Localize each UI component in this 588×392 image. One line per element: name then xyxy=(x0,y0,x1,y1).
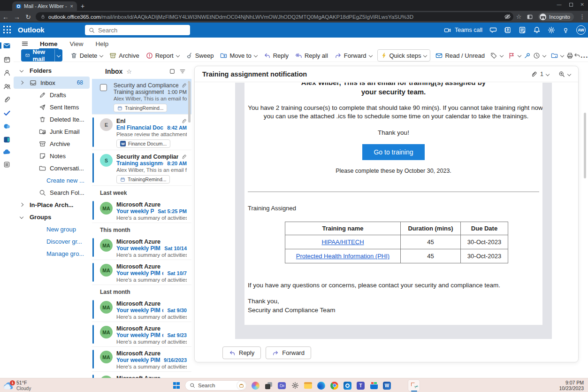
favorite-star-icon[interactable]: ☆ xyxy=(126,68,132,75)
back-icon[interactable]: ← xyxy=(0,13,11,21)
more-horiz-icon[interactable]: ... xyxy=(580,49,588,61)
outlook-search-box[interactable] xyxy=(85,25,190,35)
close-tab-icon[interactable]: × xyxy=(70,3,73,9)
pin-icon[interactable] xyxy=(524,49,531,61)
snipping-tool-icon[interactable]: ✂ xyxy=(408,379,420,392)
reading-scrollbar[interactable] xyxy=(584,113,586,178)
discover-groups-link[interactable]: Discover gr... xyxy=(14,235,90,247)
folder-search-folders[interactable]: Search Fol... xyxy=(14,186,90,199)
bookmark-star-icon[interactable]: ☆ xyxy=(516,13,522,20)
message-checkbox[interactable] xyxy=(100,84,107,91)
lightbulb-icon[interactable] xyxy=(562,27,569,34)
avatar[interactable]: AW xyxy=(576,25,586,35)
folder-junk[interactable]: Junk Email xyxy=(14,125,90,138)
attachment-chip[interactable]: TrainingRemind... xyxy=(116,175,170,184)
folder-deleted[interactable]: Deleted Ite... xyxy=(14,113,90,125)
browser-tab[interactable]: Mail - Alex Wilber - Outlook × xyxy=(12,1,77,11)
refresh-icon[interactable]: ↻ xyxy=(23,13,34,21)
new-group-link[interactable]: New group xyxy=(14,223,90,235)
sweep-button[interactable]: Sweep xyxy=(183,49,217,61)
address-book-icon[interactable] xyxy=(504,26,512,34)
create-new-folder-link[interactable]: Create new ... xyxy=(14,174,90,186)
message-row[interactable]: S Security and Compliance T... Training … xyxy=(92,150,191,186)
list-scrollbar[interactable] xyxy=(188,81,191,123)
message-row[interactable]: MA Microsoft Azure Your weekly PIM diges… xyxy=(92,297,191,322)
eye-off-icon[interactable] xyxy=(504,13,511,20)
rail-mail-icon[interactable] xyxy=(0,42,14,50)
window-close-icon[interactable]: ✕ xyxy=(580,2,584,7)
rules-icon[interactable] xyxy=(549,49,561,61)
new-tab-icon[interactable]: + xyxy=(81,2,84,10)
move-to-button[interactable]: Move to xyxy=(217,49,260,61)
edge-icon[interactable] xyxy=(317,381,326,390)
message-row[interactable]: MA Microsoft Azure Your weekly PIM diges… xyxy=(92,322,191,347)
app-launcher-icon[interactable] xyxy=(3,26,11,34)
taskbar-search[interactable]: Search xyxy=(185,380,247,391)
training-link[interactable]: HIPAA/HITECH xyxy=(321,238,364,246)
in-place-archive[interactable]: In-Place Arch... xyxy=(14,199,90,211)
go-to-training-button[interactable]: Go to training xyxy=(362,144,425,160)
print-icon[interactable] xyxy=(566,49,573,61)
rail-todo-icon[interactable] xyxy=(0,109,14,117)
groups-root[interactable]: Groups xyxy=(14,211,90,223)
rail-calendar-icon[interactable] xyxy=(0,56,14,63)
report-button[interactable]: Report xyxy=(143,49,183,61)
archive-button[interactable]: Archive xyxy=(106,49,142,61)
folder-drafts[interactable]: Drafts xyxy=(14,89,90,101)
reply-button[interactable]: Reply xyxy=(222,346,261,359)
delete-button[interactable]: Delete xyxy=(67,49,107,61)
search-highlight-icon[interactable] xyxy=(237,381,245,390)
manage-groups-link[interactable]: Manage gro... xyxy=(14,247,90,260)
rail-m365-app-icon[interactable] xyxy=(0,123,14,130)
tag-icon[interactable] xyxy=(488,49,500,61)
more-vert-icon[interactable]: ⋮ xyxy=(579,13,585,20)
tab-help[interactable]: Help xyxy=(95,40,110,48)
snooze-icon[interactable] xyxy=(531,49,543,61)
folder-archive[interactable]: Archive xyxy=(14,138,90,150)
outlook-icon[interactable] xyxy=(343,381,352,390)
forward-icon[interactable]: → xyxy=(11,13,23,21)
task-view-icon[interactable] xyxy=(264,381,273,390)
copilot-icon[interactable] xyxy=(251,381,260,390)
folder-conversation-history[interactable]: Conversati... xyxy=(14,162,90,174)
flag-icon[interactable] xyxy=(506,49,518,61)
bell-icon[interactable] xyxy=(533,26,541,34)
message-row[interactable]: MA Microsoft Azure Your weekly PIM diges… xyxy=(92,235,191,260)
message-row[interactable]: MA Microsoft Azure Your weekly PIM di...… xyxy=(92,198,191,223)
forward-button[interactable]: Forward xyxy=(266,346,311,359)
select-icon[interactable] xyxy=(169,68,176,75)
sidebar-icon[interactable] xyxy=(527,14,533,20)
new-mail-button[interactable]: New mail xyxy=(21,49,62,61)
folder-notes[interactable]: Notes xyxy=(14,150,90,162)
rail-onedrive-icon[interactable] xyxy=(0,149,14,155)
training-link[interactable]: Protected Health Information (PHI) xyxy=(296,253,389,260)
tab-home[interactable]: Home xyxy=(39,40,59,48)
paperclip-icon[interactable] xyxy=(531,71,537,77)
message-row[interactable]: MA Microsoft Azure xyxy=(92,372,191,378)
rail-people-icon[interactable] xyxy=(0,69,14,77)
message-row[interactable]: MA Microsoft Azure Your weekly PIM dige.… xyxy=(92,347,191,372)
folder-inbox[interactable]: Inbox68 xyxy=(14,77,90,89)
filter-icon[interactable] xyxy=(179,68,186,75)
start-button[interactable] xyxy=(172,381,181,390)
attachment-chip[interactable]: WFinance Docum... xyxy=(116,139,170,148)
message-row[interactable]: E Enl Enl Financial Document8:42 AM Plea… xyxy=(92,115,191,150)
minimize-icon[interactable]: — xyxy=(557,2,562,7)
hamburger-icon[interactable] xyxy=(21,40,29,47)
weather-widget[interactable]: 1 51°FCloudy xyxy=(3,380,31,392)
reply-all-button[interactable]: Reply all xyxy=(292,49,331,61)
file-explorer-icon[interactable] xyxy=(304,381,313,390)
rail-more-apps-icon[interactable] xyxy=(0,161,14,168)
quick-steps-button[interactable]: Quick steps xyxy=(377,49,431,61)
rail-onenote-icon[interactable] xyxy=(0,136,14,143)
gear-icon[interactable] xyxy=(548,26,555,34)
read-unread-button[interactable]: Read / Unread xyxy=(432,49,488,61)
notepad-check-icon[interactable] xyxy=(519,26,526,34)
attachment-chip[interactable]: TrainingRemind... xyxy=(114,104,167,112)
ms-store-icon[interactable] xyxy=(369,381,378,390)
message-row[interactable]: MA Microsoft Azure Your weekly PIM diges… xyxy=(92,260,191,285)
search-input[interactable] xyxy=(98,27,178,34)
forward-button[interactable]: Forward xyxy=(331,49,375,61)
address-bar[interactable]: outlook.office365.com/mail/inbox/id/AAQk… xyxy=(36,12,513,21)
folder-sent[interactable]: Sent Items xyxy=(14,101,90,113)
